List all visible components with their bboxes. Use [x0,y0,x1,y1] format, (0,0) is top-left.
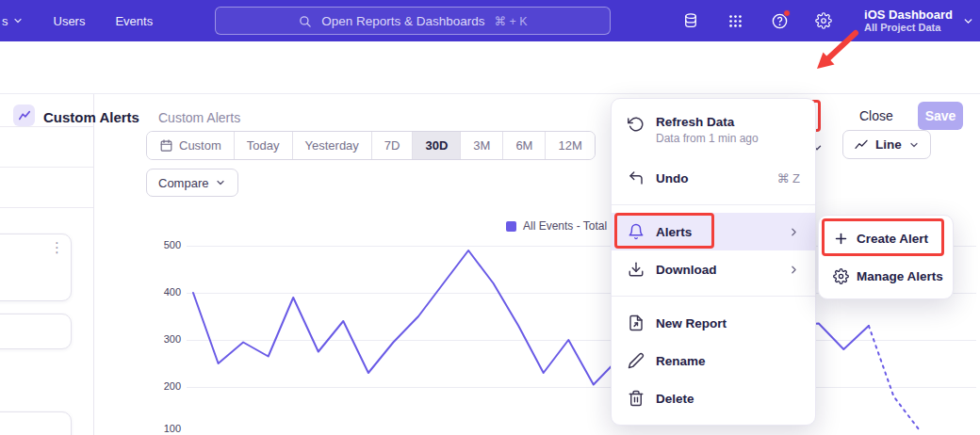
y-axis-label: 200 [139,380,181,392]
menu-item-refresh-data[interactable]: Refresh Data Data from 1 min ago [612,106,815,159]
range-label: Custom [179,138,221,153]
chevron-down-icon [215,177,226,188]
menu-item-delete[interactable]: Delete [612,379,815,417]
query-card[interactable] [0,411,72,435]
menu-item-undo[interactable]: Undo ⌘ Z [612,159,815,197]
range-30d-button[interactable]: 30D [413,132,461,159]
gear-icon [832,267,849,284]
chevron-right-icon [788,264,800,276]
search-placeholder: Open Reports & Dashboards [321,14,484,28]
app: s Users Events Open Reports & Dashboards… [0,0,980,435]
menu-item-download[interactable]: Download [612,250,815,288]
breadcrumb: Custom Alerts [158,110,240,125]
submenu-item-create-alert[interactable]: Create Alert [819,219,953,257]
download-icon [627,260,645,279]
trash-icon [627,389,645,408]
pencil-icon [627,351,645,370]
nav-item-events[interactable]: Events [115,14,153,28]
submenu-item-label: Manage Alerts [857,269,943,283]
menu-shortcut: ⌘ Z [776,171,800,185]
chevron-down-icon [12,15,24,26]
legend-swatch [506,221,516,232]
range-custom-button[interactable]: Custom [147,132,235,159]
apps-grid-icon[interactable] [726,11,744,30]
submenu-item-label: Create Alert [857,232,928,246]
chart-type-button[interactable]: Line [842,130,931,159]
chevron-down-icon [962,15,974,27]
project-title: iOS Dashboard [864,8,953,22]
top-nav-left: s Users Events [0,0,153,41]
chart-type-label: Line [875,137,902,152]
project-switcher[interactable]: iOS Dashboard All Project Data [864,8,974,34]
query-card[interactable] [0,314,72,349]
nav-item-label: s [2,14,8,28]
menu-item-rename[interactable]: Rename [612,342,815,379]
legend-label: All Events - Total [523,219,607,233]
top-nav-right: iOS Dashboard All Project Data [681,0,974,41]
compare-label: Compare [158,176,208,190]
page-header: Custom Alerts Custom Alerts GV Duplicate… [0,41,980,94]
date-range-control: Custom Today Yesterday 7D 30D 3M 6M 12M [146,131,596,160]
menu-divider [612,296,815,297]
chevron-down-icon [908,139,920,151]
chart-line-dashed [869,326,919,429]
report-chart-icon [13,105,35,126]
panel-divider [0,126,93,127]
line-chart-icon [854,137,869,153]
new-report-icon [627,314,645,332]
project-subtitle: All Project Data [864,22,953,34]
range-3m-button[interactable]: 3M [461,132,503,159]
search-input[interactable]: Open Reports & Dashboards ⌘ + K [215,7,611,35]
calendar-icon [159,138,173,153]
panel-divider [0,207,93,208]
menu-item-label: Delete [656,392,694,406]
query-card[interactable]: ⋮ [0,234,72,301]
kebab-menu-icon[interactable]: ⋮ [50,240,64,255]
top-nav: s Users Events Open Reports & Dashboards… [0,0,980,41]
range-6m-button[interactable]: 6M [503,132,546,159]
range-7d-button[interactable]: 7D [372,132,414,159]
nav-item-boards-cut[interactable]: s [2,14,24,28]
menu-item-new-report[interactable]: New Report [612,304,815,342]
compare-button[interactable]: Compare [146,169,238,197]
y-axis-label: 400 [139,286,181,298]
plus-icon [832,230,849,247]
alerts-submenu: Create Alert Manage Alerts [818,215,954,299]
help-icon[interactable] [770,11,789,30]
range-yesterday-button[interactable]: Yesterday [293,132,372,159]
search-shortcut: ⌘ + K [495,14,528,28]
y-axis-label: 500 [139,239,181,250]
context-menu: Refresh Data Data from 1 min ago Undo ⌘ … [611,98,816,426]
menu-item-subtitle: Data from 1 min ago [656,132,759,145]
chevron-right-icon [788,226,800,238]
refresh-icon [627,115,645,134]
close-button[interactable]: Close [859,108,893,123]
range-today-button[interactable]: Today [235,132,293,159]
menu-item-label: Rename [656,354,706,368]
settings-gear-icon[interactable] [814,11,833,30]
panel-divider [0,167,93,168]
menu-divider [612,204,815,205]
alert-bell-icon [627,222,645,241]
legend[interactable]: All Events - Total [506,219,607,233]
range-12m-button[interactable]: 12M [546,132,594,159]
help-notification-badge [783,9,791,17]
left-panel: ⋮ [0,94,94,435]
y-axis-label: 100 [139,423,181,434]
menu-item-label: Undo [656,171,689,185]
page-title: Custom Alerts [43,109,139,125]
menu-item-alerts[interactable]: Alerts [612,213,815,250]
undo-icon [627,169,645,187]
menu-item-label: New Report [656,316,727,330]
menu-item-label: Download [656,263,717,277]
save-button[interactable]: Save [918,102,963,130]
submenu-item-manage-alerts[interactable]: Manage Alerts [819,257,953,295]
search-icon [298,14,312,28]
y-axis-label: 300 [139,333,181,345]
menu-item-label: Refresh Data [656,115,759,129]
menu-item-label: Alerts [656,225,692,239]
database-icon[interactable] [681,11,700,30]
nav-item-users[interactable]: Users [54,14,86,28]
